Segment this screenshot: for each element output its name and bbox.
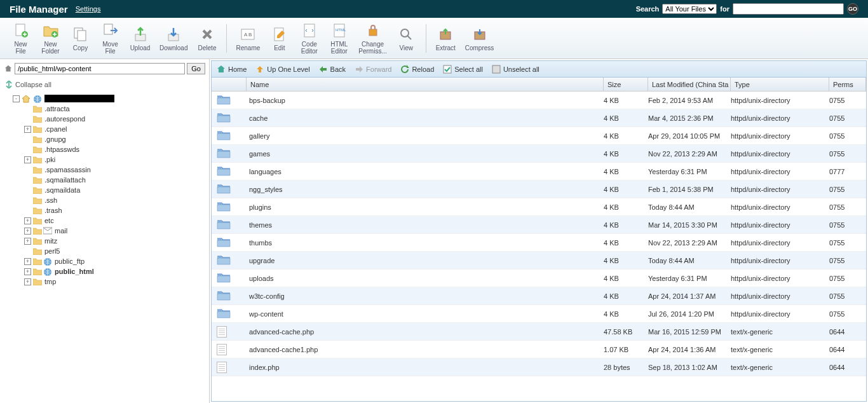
tree-item[interactable]: .trash [4,205,205,215]
file-name: uploads [247,275,604,282]
toolbar-edit[interactable]: Edit [265,23,294,54]
nav-up[interactable]: Up One Level [255,65,309,74]
tree-item[interactable]: .autorespond [4,114,205,124]
tree-item[interactable]: +tmp [4,277,205,287]
search-input[interactable] [733,3,844,15]
path-bar: Go [4,63,205,74]
col-name-header[interactable]: Name [247,78,604,91]
tree-expander[interactable]: + [24,238,31,245]
nav-home[interactable]: Home [217,65,247,74]
tree-label: mitz [44,237,57,245]
code-icon [301,22,318,39]
table-row[interactable]: bps-backup4 KBFeb 2, 2014 9:53 AMhttpd/u… [212,92,866,109]
search-go-button[interactable]: GO [847,3,858,15]
tree-item[interactable]: +etc [4,215,205,226]
nav-forward[interactable]: Forward [355,65,391,74]
tree-expander[interactable]: + [24,217,31,224]
table-row[interactable]: gallery4 KBApr 29, 2014 10:05 PMhttpd/un… [212,127,866,145]
folder-icon [33,227,42,235]
col-modified-header[interactable]: Last Modified (China Sta [648,78,731,91]
table-row[interactable]: ngg_styles4 KBFeb 1, 2014 5:38 PMhttpd/u… [212,181,866,198]
tree-item[interactable]: - [4,93,205,104]
nav-back[interactable]: Back [319,65,346,74]
toolbar-download[interactable]: Download [156,23,191,54]
tree-label: perl5 [44,247,60,255]
toolbar-view[interactable]: View [392,23,421,54]
tree-item[interactable]: +mail [4,226,205,236]
table-row[interactable]: uploads4 KBYesterday 6:31 PMhttpd/unix-d… [212,270,866,287]
table-row[interactable]: games4 KBNov 22, 2013 2:29 AMhttpd/unix-… [212,145,866,163]
col-perms-header[interactable]: Perms [829,78,866,91]
folder-icon [217,165,231,178]
tree-label: .sqmaildata [44,186,80,194]
tree-item[interactable]: .gnupg [4,134,205,144]
table-row[interactable]: thumbs4 KBNov 22, 2013 2:29 AMhttpd/unix… [212,234,866,252]
reload-icon [400,65,409,74]
tree-expander[interactable]: - [13,95,20,102]
toolbar-html[interactable]: HTMLHTMLEditor [325,19,353,57]
table-row[interactable]: advanced-cache.php47.58 KBMar 16, 2015 1… [212,323,866,341]
col-size-header[interactable]: Size [604,78,648,91]
toolbar-code[interactable]: CodeEditor [295,19,323,57]
tree-expander[interactable]: + [24,126,31,133]
toolbar-rename[interactable]: ABRename [232,23,264,54]
tree-item[interactable]: +public_html [4,266,205,277]
app-title: File Manager [10,4,68,15]
tree-expander[interactable]: + [24,258,31,265]
tree-item[interactable]: perl5 [4,246,205,256]
table-row[interactable]: themes4 KBMar 14, 2015 3:30 PMhttpd/unix… [212,216,866,234]
file-perms: 0755 [829,221,866,229]
toolbar-copy[interactable]: Copy [66,23,95,54]
tree-expander[interactable]: + [24,278,31,285]
tree-item[interactable]: +.pki [4,154,205,165]
tree-item[interactable]: .sqmailattach [4,175,205,185]
file-perms: 0755 [829,114,866,122]
toolbar-perms[interactable]: ChangePermiss... [355,19,390,57]
nav-select-all[interactable]: Select all [443,65,483,74]
file-name: bps-backup [247,97,604,104]
tree-expander[interactable]: + [24,156,31,163]
col-type-header[interactable]: Type [731,78,829,91]
table-row[interactable]: upgrade4 KBToday 8:44 AMhttpd/unix-direc… [212,252,866,270]
col-icon-header[interactable] [212,78,247,91]
file-name: gallery [247,132,604,140]
table-row[interactable]: plugins4 KBToday 8:44 AMhttpd/unix-direc… [212,198,866,216]
tree-item[interactable]: .htpasswds [4,144,205,154]
table-row[interactable]: index.php28 bytesSep 18, 2013 1:02 AMtex… [212,359,866,376]
tree-expander[interactable]: + [24,228,31,235]
file-modified: Nov 22, 2013 2:29 AM [648,150,731,158]
table-row[interactable]: languages4 KBYesterday 6:31 PMhttpd/unix… [212,163,866,181]
toolbar-delete[interactable]: Delete [193,23,221,54]
file-type: httpd/unix-directory [731,186,829,193]
collapse-all[interactable]: Collapse all [4,78,205,91]
toolbar-move[interactable]: MoveFile [96,19,125,57]
path-go-button[interactable]: Go [187,63,205,74]
toolbar-new-file[interactable]: NewFile [6,19,35,57]
mail-icon [43,227,52,235]
new-folder-icon [42,22,60,39]
toolbar-extract[interactable]: Extract [431,23,460,54]
toolbar-compress[interactable]: Compress [461,23,498,54]
tree-item[interactable]: .attracta [4,104,205,114]
toolbar-new-folder[interactable]: NewFolder [36,19,65,57]
tree-expander[interactable]: + [24,268,31,275]
home-icon[interactable] [4,64,13,73]
path-input[interactable] [15,63,185,74]
tree-item[interactable]: .ssh [4,195,205,205]
table-row[interactable]: cache4 KBMar 4, 2015 2:36 PMhttpd/unix-d… [212,109,866,127]
tree-label: .attracta [44,105,70,113]
tree-item[interactable]: .spamassassin [4,165,205,175]
tree-item[interactable]: .sqmaildata [4,185,205,195]
toolbar-upload[interactable]: Upload [126,23,154,54]
table-row[interactable]: wp-content4 KBJul 26, 2014 1:20 PMhttpd/… [212,305,866,323]
tree-item[interactable]: +mitz [4,236,205,246]
checkbox-checked-icon [443,65,452,74]
settings-link[interactable]: Settings [76,5,101,13]
tree-item[interactable]: +.cpanel [4,124,205,134]
table-row[interactable]: w3tc-config4 KBApr 24, 2014 1:37 AMhttpd… [212,287,866,305]
table-row[interactable]: advanced-cache1.php1.07 KBApr 24, 2014 1… [212,341,866,359]
nav-unselect-all[interactable]: Unselect all [492,65,539,74]
nav-reload[interactable]: Reload [400,65,434,74]
search-scope-select[interactable]: All Your Files [662,4,717,14]
tree-item[interactable]: +public_ftp [4,256,205,266]
